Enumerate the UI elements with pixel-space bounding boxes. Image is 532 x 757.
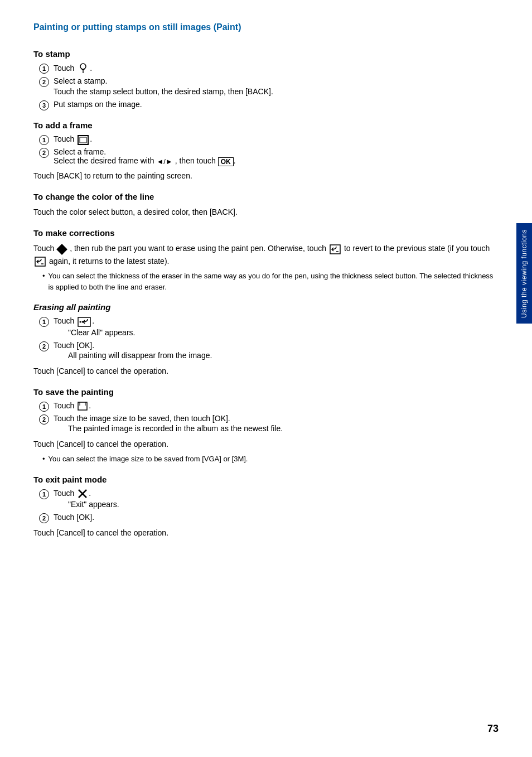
save-step2-content: Touch the image size to be saved, then t… xyxy=(54,414,499,435)
corrections-body: Touch , then rub the part you want to er… xyxy=(33,242,499,267)
frame-step-num-2: 2 xyxy=(39,148,49,158)
svg-point-0 xyxy=(80,64,86,69)
svg-rect-9 xyxy=(78,402,87,410)
erase-step-2: 2 Touch [OK]. All painting will disappea… xyxy=(39,341,499,361)
stamp-icon xyxy=(78,63,89,74)
stamp-step-2: 2 Select a stamp. Touch the stamp select… xyxy=(39,76,499,98)
change-color-body: Touch the color select button, a desired… xyxy=(33,206,499,218)
exit-step1-content: Touch . "Exit" appears. xyxy=(54,489,499,510)
exit-step-num-2: 2 xyxy=(39,513,49,523)
section-save-heading: To save the painting xyxy=(33,387,499,397)
ok-icon: OK xyxy=(218,157,234,166)
frame-icon xyxy=(78,135,89,145)
erase-footer: Touch [Cancel] to cancel the operation. xyxy=(33,365,499,377)
frame-step2-content: Select a frame. Select the desired frame… xyxy=(54,147,499,166)
exit-step-1: 1 Touch . "Exit" appears. xyxy=(39,489,499,510)
erase-step2-content: Touch [OK]. All painting will disappear … xyxy=(54,341,499,361)
stamp-step1-content: Touch . xyxy=(54,63,499,74)
undo-icon xyxy=(330,244,341,254)
page-container: Painting or putting stamps on still imag… xyxy=(0,0,532,757)
save-note: You can select the image size to be save… xyxy=(42,454,499,465)
erase-step1-note: "Clear All" appears. xyxy=(68,328,135,337)
erase-step1-content: Touch . "Clear All" appears. xyxy=(54,316,499,338)
corrections-note: You can select the thickness of the eras… xyxy=(42,271,499,292)
exit-step1-note: "Exit" appears. xyxy=(68,500,119,509)
step-number-1: 1 xyxy=(39,64,49,74)
exit-footer: Touch [Cancel] to cancel the operation. xyxy=(33,527,499,539)
section-change-color-heading: To change the color of the line xyxy=(33,192,499,201)
arrow-icon: ◄/► xyxy=(156,157,172,166)
erase-step-num-1: 1 xyxy=(39,317,49,327)
exit-icon xyxy=(78,489,88,499)
step-number-2: 2 xyxy=(39,77,49,87)
side-tab: Using the viewing functions xyxy=(516,223,532,324)
stamp-step-3: 3 Put stamps on the image. xyxy=(39,100,499,110)
stamp-step-1: 1 Touch . xyxy=(39,63,499,74)
page-number: 73 xyxy=(487,723,499,735)
page-title: Painting or putting stamps on still imag… xyxy=(33,22,499,32)
exit-step-2: 2 Touch [OK]. xyxy=(39,513,499,523)
undo-icon-2 xyxy=(35,257,46,267)
frame-step1-content: Touch . xyxy=(54,134,499,144)
save-step1-content: Touch . xyxy=(54,401,499,411)
svg-rect-3 xyxy=(80,137,86,143)
frame-note: Touch [BACK] to return to the painting s… xyxy=(33,170,499,182)
section-to-stamp-heading: To stamp xyxy=(33,49,499,59)
exit-step2-content: Touch [OK]. xyxy=(54,513,499,522)
section-corrections-heading: To make corrections xyxy=(33,228,499,238)
frame-step-2: 2 Select a frame. Select the desired fra… xyxy=(39,147,499,166)
stamp-step2-content: Select a stamp. Touch the stamp select b… xyxy=(54,76,499,98)
diamond-icon xyxy=(56,244,67,255)
svg-point-7 xyxy=(80,321,81,322)
save-step-num-2: 2 xyxy=(39,414,49,425)
section-add-frame-heading: To add a frame xyxy=(33,120,499,130)
save-step-2: 2 Touch the image size to be saved, then… xyxy=(39,414,499,435)
clear-icon xyxy=(78,317,91,327)
erase-step-num-2: 2 xyxy=(39,341,49,351)
save-icon xyxy=(78,402,88,411)
side-tab-label: Using the viewing functions xyxy=(520,229,528,318)
step-number-3: 3 xyxy=(39,100,49,110)
save-footer1: Touch [Cancel] to cancel the operation. xyxy=(33,438,499,450)
stamp-step3-content: Put stamps on the image. xyxy=(54,100,499,109)
frame-step-num-1: 1 xyxy=(39,135,49,145)
save-step-1: 1 Touch . xyxy=(39,401,499,412)
save-step2-note: The painted image is recorded in the alb… xyxy=(68,424,283,433)
save-step-num-1: 1 xyxy=(39,402,49,412)
frame-step-1: 1 Touch . xyxy=(39,134,499,145)
section-erasing-heading: Erasing all painting xyxy=(33,302,499,312)
exit-step-num-1: 1 xyxy=(39,489,49,499)
erase-step-1: 1 Touch . "Clear All" appears. xyxy=(39,316,499,338)
erase-step2-note: All painting will disappear from the ima… xyxy=(68,351,212,360)
section-exit-heading: To exit paint mode xyxy=(33,475,499,484)
